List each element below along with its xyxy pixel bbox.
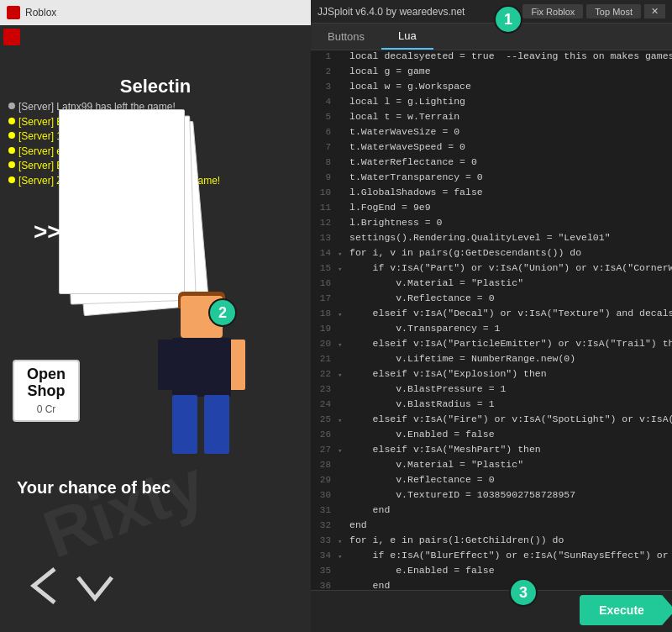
code-line: 28 v.Material = "Plastic" (311, 459, 672, 474)
code-line: 27▾ elseif v:IsA("MeshPart") then (311, 444, 672, 459)
code-line: 36 end (311, 580, 672, 590)
line-arrow-icon (338, 50, 349, 53)
line-arrow-icon: ▾ (338, 262, 349, 274)
roblox-logo-icon (7, 6, 20, 19)
code-text: elseif v:IsA("Decal") or v:IsA("Texture"… (349, 308, 672, 319)
line-number: 13 (314, 232, 338, 243)
code-text: v.TextureID = 10385902758728957 (349, 489, 575, 500)
jjsploit-code-editor[interactable]: 1local decalsyeeted = true --leaving thi… (311, 50, 672, 590)
char-leg-right (204, 395, 229, 454)
line-arrow-icon (338, 474, 349, 477)
badge-3-overlay: 3 (509, 578, 538, 607)
line-number: 12 (314, 217, 338, 228)
code-line: 18▾ elseif v:IsA("Decal") or v:IsA("Text… (311, 308, 672, 323)
code-text: elseif v:IsA("ParticleEmitter") or v:IsA… (349, 338, 672, 349)
code-line: 25▾ elseif v:IsA("Fire") or v:IsA("SpotL… (311, 413, 672, 429)
line-arrow-icon (338, 141, 349, 144)
arrow-down-icon (74, 565, 116, 607)
code-text: t.WaterReflectance = 0 (349, 156, 477, 167)
line-number: 21 (314, 353, 338, 364)
fix-roblox-button[interactable]: Fix Roblox (522, 4, 583, 18)
code-line: 16 v.Material = "Plastic" (311, 277, 672, 292)
line-arrow-icon (338, 96, 349, 98)
page-card-front (59, 109, 185, 294)
code-text: v.Enabled = false (349, 429, 495, 440)
chat-dot-5 (8, 161, 15, 168)
line-arrow-icon (338, 429, 349, 431)
line-number: 29 (314, 474, 338, 485)
code-line: 23 v.BlastPressure = 1 (311, 383, 672, 398)
close-button[interactable]: ✕ (644, 4, 665, 18)
line-arrow-icon (338, 519, 349, 522)
code-line: 26 v.Enabled = false (311, 429, 672, 444)
code-text: v.Material = "Plastic" (349, 277, 523, 288)
line-number: 22 (314, 368, 338, 379)
open-shop-box[interactable]: Open Shop 0 Cr (13, 360, 80, 422)
code-line: 29 v.Reflectance = 0 (311, 474, 672, 489)
badge-circle-1: 1 (494, 5, 522, 34)
char-arm-right (228, 340, 245, 390)
line-number: 1 (314, 50, 338, 61)
char-body (172, 338, 231, 397)
line-arrow-icon (338, 353, 349, 356)
code-text: l.FogEnd = 9e9 (349, 202, 431, 213)
jjsploit-panel: JJSploit v6.4.0 by wearedevs.net Fix Rob… (311, 0, 672, 632)
line-arrow-icon (338, 66, 349, 68)
code-line: 7t.WaterWaveSpeed = 0 (311, 141, 672, 156)
line-arrow-icon (338, 580, 349, 582)
code-text: end (349, 580, 390, 590)
line-arrow-icon: ▾ (338, 535, 349, 546)
code-line: 9t.WaterTransparency = 0 (311, 171, 672, 187)
code-text: elseif v:IsA("MeshPart") then (349, 444, 541, 455)
line-number: 8 (314, 156, 338, 167)
code-text: v.BlastPressure = 1 (349, 383, 506, 394)
code-text: if e:IsA("BlurEffect") or e:IsA("SunRays… (349, 550, 672, 561)
line-number: 11 (314, 202, 338, 213)
roblox-character (151, 296, 252, 464)
line-number: 30 (314, 489, 338, 500)
badge-1-overlay: 1 (494, 5, 522, 34)
jjsploit-controls: Fix Roblox Top Most ✕ (522, 4, 665, 18)
line-number: 33 (314, 535, 338, 545)
code-text: t.WaterWaveSize = 0 (349, 126, 459, 137)
code-line: 13settings().Rendering.QualityLevel = "L… (311, 232, 672, 247)
roblox-minimap-icon (3, 29, 20, 45)
code-line: 17 v.Reflectance = 0 (311, 292, 672, 308)
hshshx-text: >> hshshx (34, 219, 150, 245)
badge-circle-2: 2 (208, 298, 237, 327)
selecting-text: Selectin (120, 76, 191, 97)
line-number: 17 (314, 292, 338, 303)
chat-dot-4 (8, 147, 15, 154)
line-number: 23 (314, 383, 338, 394)
chat-dot-3 (8, 132, 15, 139)
code-line: 2local g = game (311, 66, 672, 81)
code-line: 11l.FogEnd = 9e9 (311, 202, 672, 217)
line-arrow-icon: ▾ (338, 247, 349, 259)
top-most-button[interactable]: Top Most (586, 4, 641, 18)
roblox-game-area: Selectin [Server] Latnx99 has left the g… (0, 25, 311, 632)
line-arrow-icon (338, 383, 349, 386)
code-line: 24 v.BlastRadius = 1 (311, 398, 672, 413)
code-text: t.WaterWaveSpeed = 0 (349, 141, 465, 152)
jjsploit-footer: Execute (311, 590, 672, 632)
code-text: local l = g.Lighting (349, 96, 465, 107)
line-arrow-icon (338, 81, 349, 83)
line-number: 20 (314, 338, 338, 349)
code-text: local decalsyeeted = true --leaving this… (349, 50, 672, 61)
tab-buttons[interactable]: Buttons (311, 24, 381, 50)
line-number: 6 (314, 126, 338, 137)
line-number: 27 (314, 444, 338, 455)
code-line: 21 v.Lifetime = NumberRange.new(0) (311, 353, 672, 368)
open-shop-label: Open Shop (18, 366, 75, 400)
tab-lua[interactable]: Lua (381, 24, 433, 50)
line-arrow-icon (338, 292, 349, 295)
code-text: v.Reflectance = 0 (349, 292, 495, 303)
code-text: end (349, 504, 390, 515)
line-number: 10 (314, 187, 338, 198)
line-arrow-icon (338, 323, 349, 325)
execute-button[interactable]: Execute (580, 595, 664, 625)
code-line: 6t.WaterWaveSize = 0 (311, 126, 672, 141)
line-arrow-icon: ▾ (338, 413, 349, 425)
line-arrow-icon (338, 504, 349, 507)
line-number: 31 (314, 504, 338, 515)
